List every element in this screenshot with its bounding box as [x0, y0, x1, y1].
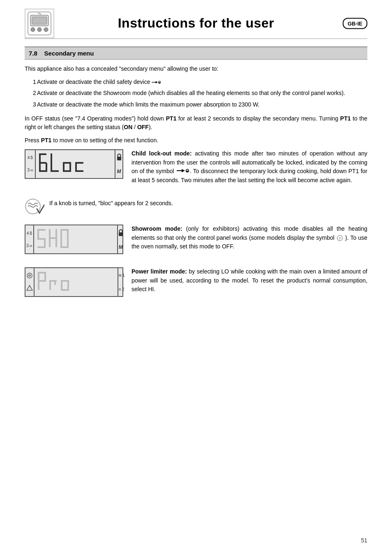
svg-marker-7 — [156, 81, 158, 83]
sho-label: Showroom mode: — [131, 225, 182, 232]
page: Instructions for the user GB-IE 7.8 Seco… — [0, 0, 392, 556]
svg-rect-13 — [39, 162, 46, 164]
lcd-right-indicators: M — [115, 150, 122, 178]
svg-point-5 — [44, 28, 48, 32]
svg-rect-11 — [39, 162, 41, 171]
lock-symbol — [177, 167, 189, 176]
svg-rect-2 — [32, 17, 47, 24]
pro-display-box: ≋ 1 ≡ 2 — [25, 267, 123, 297]
pro-row: ≋ 1 ≡ 2 Power limiter mode: by selecting… — [25, 267, 367, 297]
svg-point-4 — [37, 28, 42, 32]
bloc-description: Child lock-out mode: activating this mod… — [131, 149, 367, 185]
header-logo — [25, 9, 54, 38]
svg-marker-27 — [182, 169, 185, 172]
svg-rect-53 — [54, 280, 56, 285]
svg-rect-15 — [46, 163, 47, 172]
instructions-text2: Press PT1 to move on to setting of the n… — [25, 136, 367, 145]
logo-icon — [26, 10, 53, 37]
s-symbol: s — [337, 235, 343, 241]
pro-right-bottom: ≡ 2 — [119, 287, 124, 292]
lcd-left-indicators: 4 ẟ 3 ∞ — [25, 150, 36, 178]
note-icon — [25, 197, 44, 216]
svg-rect-14 — [39, 170, 46, 172]
pro-svg — [37, 271, 115, 294]
lcd-indicator-bottom: 3 ∞ — [27, 168, 33, 172]
list-num: 2 — [25, 89, 37, 98]
bloc-row: 4 ẟ 3 ∞ — [25, 149, 367, 185]
lcd-right-pro: ≋ 1 ≡ 2 — [118, 268, 125, 296]
svg-rect-23 — [75, 162, 83, 164]
lcd-right-top-sho — [118, 229, 124, 237]
pro-description: Power limiter mode: by selecting LO whil… — [131, 267, 367, 294]
lcd-left-sho: 4 ẟ 3 ∞ — [25, 225, 34, 253]
lcd-right-sho: M — [117, 225, 124, 253]
svg-rect-38 — [55, 229, 57, 247]
svg-rect-43 — [119, 232, 123, 236]
svg-rect-32 — [37, 229, 39, 239]
svg-rect-50 — [44, 272, 46, 282]
lcd-right-bottom: M — [117, 169, 121, 174]
lcd-middle-pro — [35, 268, 118, 296]
section-title: Secondary menu — [44, 50, 94, 57]
list-content: Activate or deactivate the Showroom mode… — [37, 89, 367, 98]
svg-rect-35 — [37, 246, 46, 248]
svg-rect-16 — [51, 153, 52, 171]
page-number: 51 — [361, 537, 367, 544]
list-item: 2 Activate or deactivate the Showroom mo… — [25, 89, 367, 98]
sho-lcd-panel: 4 ẟ 3 ∞ — [25, 225, 123, 254]
section-heading: 7.8 Secondary menu — [25, 46, 367, 60]
instructions-text1: In OFF status (see "7.4 Operating modes"… — [25, 114, 367, 132]
svg-rect-21 — [69, 163, 71, 172]
lcd-indicator-top-sho: 4 ẟ — [27, 231, 32, 236]
header: Instructions for the user GB-IE — [25, 8, 367, 39]
intro-text: This appliance also has a concealed "sec… — [25, 65, 367, 74]
bloc-display-box: 4 ẟ 3 ∞ — [25, 149, 123, 181]
svg-rect-57 — [67, 280, 69, 290]
svg-rect-9 — [159, 82, 160, 83]
svg-point-44 — [27, 273, 32, 278]
lcd-indicator-bottom-sho: 3 ∞ — [26, 243, 32, 248]
sho-description: Showroom mode: (only for exhibitors) act… — [131, 225, 367, 251]
lcd-left-pro — [25, 268, 35, 296]
svg-rect-39 — [60, 229, 62, 247]
sho-row: 4 ẟ 3 ∞ — [25, 225, 367, 256]
note-box: If a knob is turned, "bloc" appears for … — [25, 197, 367, 216]
lcd-right-bottom-sho: M — [119, 244, 123, 250]
svg-rect-25 — [117, 157, 121, 160]
pro-icon-top — [26, 272, 33, 280]
svg-point-3 — [31, 28, 35, 32]
lcd-middle — [36, 150, 115, 178]
svg-marker-46 — [27, 285, 32, 290]
list-content: Activate or deactivate the mode which li… — [37, 100, 367, 109]
pro-label: Power limiter mode: — [131, 268, 187, 275]
bloc-label: Child lock-out mode: — [131, 150, 192, 157]
feature-list: 1 Activate or deactivate the child safet… — [25, 78, 367, 109]
svg-rect-29 — [186, 171, 188, 172]
svg-point-45 — [29, 275, 30, 276]
list-num: 3 — [25, 100, 37, 109]
page-title: Instructions for the user — [118, 16, 274, 31]
list-content: Activate or deactivate the child safety … — [37, 78, 367, 87]
lcd-middle-sho — [34, 225, 117, 253]
svg-rect-17 — [51, 170, 59, 172]
note-text: If a knob is turned, "bloc" appears for … — [49, 197, 173, 208]
svg-rect-42 — [67, 229, 69, 247]
lcd-right-top — [116, 153, 122, 162]
list-num: 1 — [25, 78, 37, 87]
svg-rect-12 — [39, 153, 46, 155]
sho-display-box: 4 ẟ 3 ∞ — [25, 225, 123, 256]
pro-right-top: ≋ 1 — [118, 273, 125, 278]
sho-svg — [37, 228, 115, 251]
pro-icon-bottom — [26, 285, 33, 292]
bloc-svg — [38, 153, 112, 175]
list-item: 3 Activate or deactivate the mode which … — [25, 100, 367, 109]
lcd-indicator-top: 4 ẟ — [28, 155, 33, 160]
section-number: 7.8 — [29, 50, 37, 57]
child-lock-icon — [152, 79, 161, 85]
pro-lcd-panel: ≋ 1 ≡ 2 — [25, 267, 123, 297]
list-item: 1 Activate or deactivate the child safet… — [25, 78, 367, 87]
bloc-lcd-panel: 4 ẟ 3 ∞ — [25, 149, 123, 179]
svg-rect-24 — [75, 170, 83, 172]
locale-badge: GB-IE — [343, 18, 367, 29]
